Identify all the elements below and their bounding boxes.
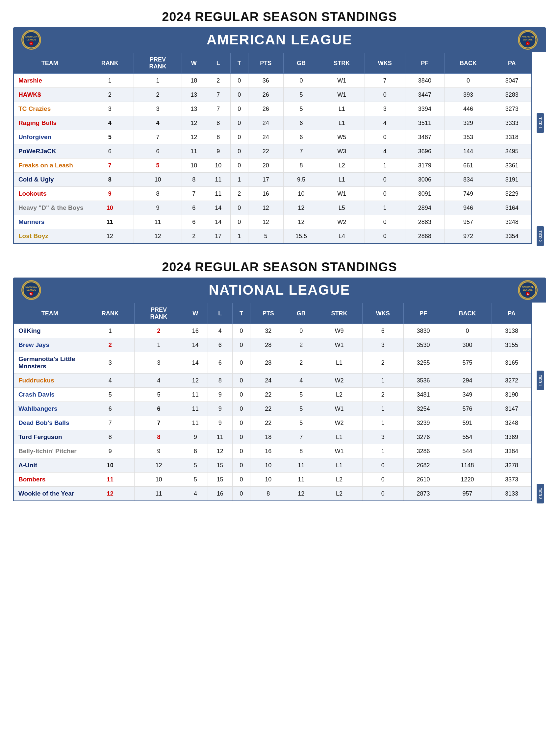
al-logo-left: AMERICAN LEAGUE AL bbox=[20, 28, 43, 51]
al-header: AMERICAN LEAGUE AL AMERICAN LEAGUE AMERI… bbox=[13, 27, 546, 52]
w-cell: 5 bbox=[183, 473, 208, 487]
gb-cell: 8 bbox=[286, 444, 316, 458]
gb-cell: 5 bbox=[286, 388, 316, 402]
rank-cell: 11 bbox=[86, 473, 135, 487]
t-cell: 0 bbox=[232, 444, 250, 458]
pa-cell: 3272TIER 1 bbox=[492, 374, 532, 388]
svg-text:NATIONAL: NATIONAL bbox=[522, 286, 534, 288]
pa-cell: 3133TIER 2 bbox=[492, 487, 532, 501]
rank-cell: 9 bbox=[86, 444, 135, 458]
table-row: Fuddruckus 4 4 12 8 0 24 4 W2 1 3536 294… bbox=[14, 374, 532, 388]
col-gb: GB bbox=[284, 53, 319, 74]
gb-cell: 0 bbox=[284, 74, 319, 88]
w-cell: 6 bbox=[182, 215, 206, 229]
prev-rank-cell: 2 bbox=[134, 88, 182, 102]
table-row: Unforgiven 5 7 12 8 0 24 6 W5 0 3487 353… bbox=[14, 130, 532, 144]
pts-cell: 24 bbox=[248, 116, 284, 130]
back-cell: 957 bbox=[443, 487, 492, 501]
pf-cell: 3487 bbox=[405, 130, 444, 144]
team-name-cell: Heavy "D" & the Boys bbox=[14, 201, 86, 215]
pa-cell: 3333TIER 1 bbox=[492, 116, 532, 130]
back-cell: 749 bbox=[444, 187, 492, 201]
svg-text:LEAGUE: LEAGUE bbox=[523, 39, 533, 41]
pa-cell: 3273 bbox=[492, 102, 532, 116]
w-cell: 5 bbox=[183, 458, 208, 473]
prev-rank-cell: 2 bbox=[135, 324, 183, 338]
wks-cell: 1 bbox=[362, 416, 403, 430]
pf-cell: 3276 bbox=[403, 430, 443, 444]
back-cell: 576 bbox=[443, 402, 492, 416]
page-title-2: 2024 REGULAR SEASON STANDINGS bbox=[13, 260, 546, 274]
team-name-cell: Brew Jays bbox=[14, 338, 86, 352]
t-cell: 0 bbox=[230, 74, 248, 88]
strk-cell: L4 bbox=[319, 229, 364, 244]
rank-cell: 12 bbox=[86, 229, 134, 244]
rank-cell: 2 bbox=[86, 88, 134, 102]
nl-logo-left: NATIONAL LEAGUE NL bbox=[20, 279, 43, 302]
nl-standings-table: TEAM RANK PREVRANK W L T PTS GB STRK WKS… bbox=[13, 303, 532, 501]
nl-col-team: TEAM bbox=[14, 303, 86, 324]
back-cell: 0 bbox=[444, 74, 492, 88]
l-cell: 11 bbox=[206, 173, 230, 187]
pa-cell: 3165 bbox=[492, 352, 532, 374]
pf-cell: 3255 bbox=[403, 352, 443, 374]
t-cell: 0 bbox=[230, 215, 248, 229]
rank-cell: 12 bbox=[86, 487, 135, 501]
w-cell: 9 bbox=[183, 430, 208, 444]
back-cell: 946 bbox=[444, 201, 492, 215]
pf-cell: 2868 bbox=[405, 229, 444, 244]
gb-cell: 11 bbox=[286, 473, 316, 487]
pa-cell: 3369 bbox=[492, 430, 532, 444]
w-cell: 16 bbox=[183, 324, 208, 338]
gb-cell: 5 bbox=[284, 88, 319, 102]
wks-cell: 0 bbox=[364, 173, 405, 187]
gb-cell: 10 bbox=[284, 187, 319, 201]
prev-rank-cell: 7 bbox=[135, 416, 183, 430]
pa-cell: 3229 bbox=[492, 187, 532, 201]
t-cell: 0 bbox=[232, 416, 250, 430]
l-cell: 11 bbox=[208, 430, 232, 444]
gb-cell: 0 bbox=[286, 324, 316, 338]
w-cell: 12 bbox=[182, 116, 206, 130]
strk-cell: W1 bbox=[319, 187, 364, 201]
back-cell: 144 bbox=[444, 144, 492, 159]
gb-cell: 2 bbox=[286, 352, 316, 374]
gb-cell: 12 bbox=[284, 215, 319, 229]
prev-rank-cell: 5 bbox=[135, 388, 183, 402]
gb-cell: 9.5 bbox=[284, 173, 319, 187]
team-name-cell: OilKing bbox=[14, 324, 86, 338]
back-cell: 834 bbox=[444, 173, 492, 187]
table-row: Bombers 11 10 5 15 0 10 11 L2 0 2610 122… bbox=[14, 473, 532, 487]
wks-cell: 1 bbox=[362, 444, 403, 458]
table-row: Turd Ferguson 8 8 9 11 0 18 7 L1 3 3276 … bbox=[14, 430, 532, 444]
wks-cell: 0 bbox=[362, 473, 403, 487]
strk-cell: W3 bbox=[319, 144, 364, 159]
pf-cell: 3254 bbox=[403, 402, 443, 416]
l-cell: 9 bbox=[206, 144, 230, 159]
wks-cell: 6 bbox=[362, 324, 403, 338]
svg-text:AMERICAN: AMERICAN bbox=[25, 36, 38, 38]
svg-text:LEAGUE: LEAGUE bbox=[523, 289, 533, 291]
l-cell: 7 bbox=[206, 102, 230, 116]
gb-cell: 15.5 bbox=[284, 229, 319, 244]
rank-cell: 2 bbox=[86, 338, 135, 352]
l-cell: 14 bbox=[206, 201, 230, 215]
t-cell: 0 bbox=[230, 116, 248, 130]
table-row: Lost Boyz 12 12 2 17 1 5 15.5 L4 0 2868 … bbox=[14, 229, 532, 244]
gb-cell: 12 bbox=[284, 201, 319, 215]
strk-cell: W2 bbox=[319, 215, 364, 229]
col-prev-rank: PREVRANK bbox=[134, 53, 182, 74]
pf-cell: 3006 bbox=[405, 173, 444, 187]
prev-rank-cell: 6 bbox=[134, 144, 182, 159]
page-container: 2024 REGULAR SEASON STANDINGS AMERICAN L… bbox=[13, 10, 546, 501]
wks-cell: 2 bbox=[362, 388, 403, 402]
tier-badge: TIER 2 bbox=[537, 226, 544, 246]
t-cell: 0 bbox=[232, 458, 250, 473]
pa-cell: 3147 bbox=[492, 402, 532, 416]
strk-cell: L1 bbox=[319, 102, 364, 116]
pts-cell: 16 bbox=[250, 444, 286, 458]
back-cell: 972 bbox=[444, 229, 492, 244]
w-cell: 11 bbox=[183, 388, 208, 402]
nl-table-wrapper: TEAM RANK PREVRANK W L T PTS GB STRK WKS… bbox=[13, 303, 546, 501]
l-cell: 9 bbox=[208, 416, 232, 430]
